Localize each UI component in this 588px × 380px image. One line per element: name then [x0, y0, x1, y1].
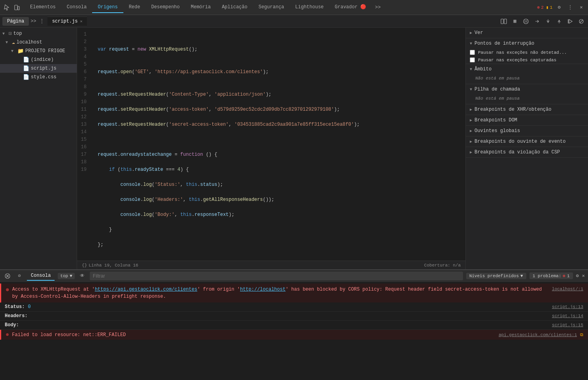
console-problem-badge[interactable]: 1 problema: ⊗ 1 [529, 272, 573, 279]
tab-bar: Elementos Consola Origens Rede Desempenh… [25, 2, 537, 13]
rp-content-scope: Não está em pausa [466, 74, 588, 84]
rp-header-csp[interactable]: ▶ Breakpoints da violação da CSP [466, 147, 588, 157]
tab-consola[interactable]: Consola [61, 2, 92, 13]
tree-item-top[interactable]: ▼ ⊡ top [0, 29, 77, 38]
svg-rect-1 [18, 6, 19, 10]
tab-lighthouse[interactable]: Lighthouse [290, 2, 329, 13]
error-badge: ⊗ 2 [537, 5, 544, 10]
split-icon[interactable] [499, 17, 508, 26]
tab-pagina[interactable]: Página [2, 17, 29, 26]
console-tab[interactable]: Consola [27, 271, 55, 281]
tab-origens[interactable]: Origens [92, 2, 123, 13]
tab-more[interactable]: >> [372, 2, 384, 13]
step-into-icon[interactable] [544, 17, 552, 26]
rp-arrow-xhr: ▶ [470, 107, 472, 112]
tree-item-stylecss[interactable]: ▶ 📄 style.css [0, 73, 77, 81]
rp-arrow-scope: ▼ [470, 67, 472, 72]
rp-header-ver[interactable]: ▶ Ver [466, 28, 588, 38]
console-top-selector[interactable]: top ▼ [58, 273, 74, 279]
tab-seguranca[interactable]: Segurança [253, 2, 290, 13]
settings-icon[interactable]: ⚙ [555, 3, 563, 12]
cors-error-source-link[interactable]: localhost/:1 [552, 286, 583, 293]
tab-gravador[interactable]: Gravador 🔴 [329, 2, 372, 13]
deactivate-icon[interactable] [577, 17, 586, 26]
tree-arrow: ▼ [11, 49, 16, 53]
log-status-link[interactable]: script.js:13 [552, 304, 583, 309]
step-out-icon[interactable] [555, 17, 563, 26]
tree-item-localhost[interactable]: ▼ ☁ localhost [0, 38, 77, 47]
rp-arrow-bp: ▼ [470, 42, 472, 46]
log-headers-label: Headers: [5, 313, 28, 319]
rp-header-breakpoints[interactable]: ▼ Pontos de interrupção [466, 38, 588, 49]
tree-item-projeto[interactable]: ▼ 📁 PROJETO FRIGOE [0, 47, 77, 55]
sec-menu-btn[interactable]: ⋮ [40, 18, 44, 24]
right-panel: ▶ Ver ▼ Pontos de interrupção Pausar nas… [465, 28, 588, 269]
more-vertical-icon[interactable]: ⋮ [566, 3, 575, 12]
continue-icon[interactable] [566, 17, 575, 26]
tab-memoria[interactable]: Memória [185, 2, 216, 13]
rp-header-dom[interactable]: ▶ Breakpoints DOM [466, 115, 588, 125]
cors-url-link[interactable]: https://api.gestaoclick.com/clientes [95, 287, 197, 292]
rp-section-dom: ▶ Breakpoints DOM [466, 115, 588, 126]
rp-arrow-ver: ▶ [470, 30, 472, 35]
console-log-headers: Headers: script.js:14 [0, 312, 588, 321]
pause-icon[interactable] [522, 17, 530, 26]
rp-arrow-global: ▶ [470, 129, 472, 133]
rp-arrow-cs: ▼ [470, 87, 472, 92]
error-icon: ⊗ [6, 332, 9, 338]
rp-content-callstack: Não está em pausa [466, 95, 588, 104]
coverage-indicator: Cobertura: n/a [424, 263, 461, 268]
console-filter-icon[interactable]: ⊘ [15, 272, 24, 280]
checkbox-uncaught[interactable] [470, 50, 475, 55]
console-settings-icon[interactable]: ⚙ [576, 273, 579, 279]
log-status-label: Status: [5, 304, 25, 310]
rp-header-event[interactable]: ▶ Breakpoints do ouvinte de evento [466, 136, 588, 147]
file-tab-script[interactable]: script.js ✕ [47, 17, 87, 26]
external-link-icon[interactable]: ⧉ [580, 333, 583, 337]
rp-header-callstack[interactable]: ▼ Pilha de chamada [466, 84, 588, 95]
grid-icon[interactable]: ▦ [510, 17, 519, 26]
rp-header-global[interactable]: ▶ Ouvintes globais [466, 126, 588, 136]
tab-desempenho[interactable]: Desempenho [146, 2, 185, 13]
cors-origin-link[interactable]: http://localhost [240, 287, 285, 292]
tab-aplicacao[interactable]: Aplicação [216, 2, 253, 13]
chevron-down-icon: ▼ [520, 274, 523, 278]
code-footer: {} Linha 19, Coluna 16 Cobertura: n/a [77, 261, 465, 269]
console-error-cors: ⊗ Access to XMLHttpRequest at 'https://a… [0, 284, 588, 302]
rp-header-xhr[interactable]: ▶ Breakpoints de XHR/obtenção [466, 104, 588, 115]
code-content: 12345 678910 1112131415 16171819 var req… [77, 28, 465, 261]
rp-section-xhr: ▶ Breakpoints de XHR/obtenção [466, 104, 588, 115]
top-icon: ⊡ [9, 30, 12, 37]
console-clear-icon[interactable] [3, 272, 12, 280]
checkbox-caught[interactable] [470, 57, 475, 62]
console-content: ⊗ Access to XMLHttpRequest at 'https://a… [0, 282, 588, 380]
inspect-icon[interactable] [2, 3, 11, 12]
secondary-toolbar: Página >> ⋮ script.js ✕ ▦ [0, 15, 588, 28]
device-icon[interactable] [13, 3, 21, 12]
file-tab-close[interactable]: ✕ [80, 19, 82, 24]
console-error-text-cors: Access to XMLHttpRequest at 'https://api… [12, 286, 549, 300]
step-over-icon[interactable] [533, 17, 541, 26]
console-eye-icon[interactable]: 👁 [78, 272, 87, 280]
tab-elementos[interactable]: Elementos [25, 2, 61, 13]
tree-item-scriptjs[interactable]: ▶ 📄 script.js [0, 64, 77, 73]
warn-badge: ▮ 1 [546, 5, 552, 10]
rp-arrow-dom: ▶ [470, 118, 472, 123]
tab-rede[interactable]: Rede [123, 2, 146, 13]
rp-header-scope[interactable]: ▼ Âmbito [466, 64, 588, 74]
tree-item-indice[interactable]: ▶ 📄 (índice) [0, 55, 77, 64]
log-headers-link[interactable]: script.js:14 [552, 314, 583, 318]
rp-checkbox-row-1: Pausar nas exceções não detetad... [466, 49, 588, 56]
file-tree-sidebar: ▼ ⊡ top ▼ ☁ localhost ▼ 📁 PROJETO FRIGOE… [0, 28, 77, 269]
sec-more[interactable]: >> [29, 17, 38, 26]
error-icon: ⊗ [6, 286, 9, 294]
css-icon: 📄 [23, 74, 29, 80]
close-icon[interactable]: ✕ [577, 3, 586, 12]
console-levels-selector[interactable]: Níveis predefinidos ▼ [466, 273, 526, 279]
console-close-icon[interactable]: ✕ [582, 273, 585, 279]
console-filter-input[interactable] [90, 272, 463, 280]
log-body-link[interactable]: script.js:15 [552, 323, 583, 327]
failed-source-link[interactable]: api.gestaoclick.com/clientes:1 [499, 333, 577, 337]
svg-rect-0 [15, 5, 17, 10]
code-editor[interactable]: 12345 678910 1112131415 16171819 var req… [77, 28, 465, 269]
